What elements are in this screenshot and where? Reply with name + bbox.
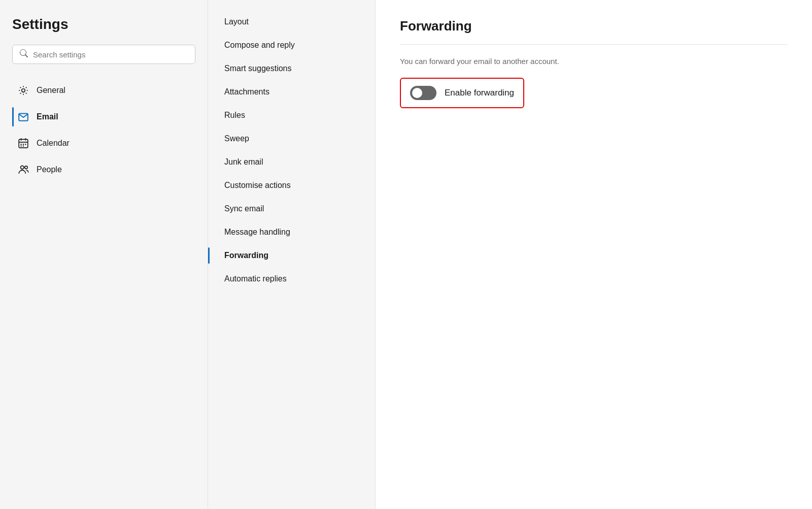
sidebar-item-people[interactable]: People <box>12 157 195 182</box>
sidebar-item-email[interactable]: Email <box>12 105 195 129</box>
svg-rect-7 <box>23 145 24 146</box>
middle-item-attachments-label: Attachments <box>224 87 269 97</box>
sidebar-title: Settings <box>12 16 195 33</box>
search-box[interactable] <box>12 45 195 64</box>
enable-forwarding-label: Enable forwarding <box>445 88 514 98</box>
middle-item-forwarding-label: Forwarding <box>224 251 268 260</box>
toggle-track <box>410 86 436 100</box>
search-input[interactable] <box>33 50 188 59</box>
sidebar: Settings General Email <box>0 0 208 509</box>
middle-item-layout[interactable]: Layout <box>208 10 375 34</box>
middle-item-compose-reply[interactable]: Compose and reply <box>208 34 375 57</box>
middle-item-forwarding[interactable]: Forwarding <box>208 244 375 267</box>
sidebar-item-people-label: People <box>37 165 62 174</box>
content-description: You can forward your email to another ac… <box>400 57 788 66</box>
middle-item-sync-email-label: Sync email <box>224 204 264 213</box>
middle-column: Layout Compose and reply Smart suggestio… <box>208 0 376 509</box>
svg-rect-3 <box>21 144 22 145</box>
middle-item-sweep-label: Sweep <box>224 134 249 143</box>
middle-item-junk-email[interactable]: Junk email <box>208 150 375 174</box>
middle-item-message-handling[interactable]: Message handling <box>208 220 375 244</box>
sidebar-item-email-label: Email <box>37 112 58 121</box>
email-icon <box>17 111 29 123</box>
content-divider <box>400 44 788 45</box>
enable-forwarding-container[interactable]: Enable forwarding <box>400 78 524 108</box>
svg-point-9 <box>25 166 28 169</box>
middle-item-automatic-replies-label: Automatic replies <box>224 274 287 283</box>
middle-item-message-handling-label: Message handling <box>224 228 290 237</box>
sidebar-item-calendar-label: Calendar <box>37 139 70 148</box>
middle-item-junk-email-label: Junk email <box>224 157 263 167</box>
middle-item-compose-reply-label: Compose and reply <box>224 41 295 50</box>
svg-point-8 <box>21 166 24 169</box>
enable-forwarding-toggle[interactable] <box>410 86 436 100</box>
gear-icon <box>17 84 29 97</box>
middle-item-customise-actions-label: Customise actions <box>224 181 291 190</box>
content-area: Forwarding You can forward your email to… <box>376 0 812 509</box>
middle-item-sync-email[interactable]: Sync email <box>208 197 375 220</box>
middle-item-rules[interactable]: Rules <box>208 104 375 127</box>
people-icon <box>17 164 29 176</box>
middle-item-customise-actions[interactable]: Customise actions <box>208 174 375 197</box>
middle-item-automatic-replies[interactable]: Automatic replies <box>208 267 375 291</box>
svg-point-0 <box>22 89 25 92</box>
toggle-thumb <box>412 88 422 98</box>
middle-item-layout-label: Layout <box>224 17 249 26</box>
middle-item-rules-label: Rules <box>224 111 245 120</box>
content-title: Forwarding <box>400 18 788 34</box>
middle-item-smart-suggestions[interactable]: Smart suggestions <box>208 57 375 80</box>
search-icon <box>20 49 28 59</box>
svg-rect-5 <box>25 144 26 145</box>
sidebar-item-general-label: General <box>37 86 65 95</box>
calendar-icon <box>17 137 29 149</box>
sidebar-item-calendar[interactable]: Calendar <box>12 131 195 155</box>
svg-rect-4 <box>23 144 24 145</box>
middle-item-attachments[interactable]: Attachments <box>208 80 375 104</box>
middle-item-smart-suggestions-label: Smart suggestions <box>224 64 292 73</box>
middle-item-sweep[interactable]: Sweep <box>208 127 375 150</box>
sidebar-item-general[interactable]: General <box>12 78 195 103</box>
svg-rect-6 <box>21 145 22 146</box>
